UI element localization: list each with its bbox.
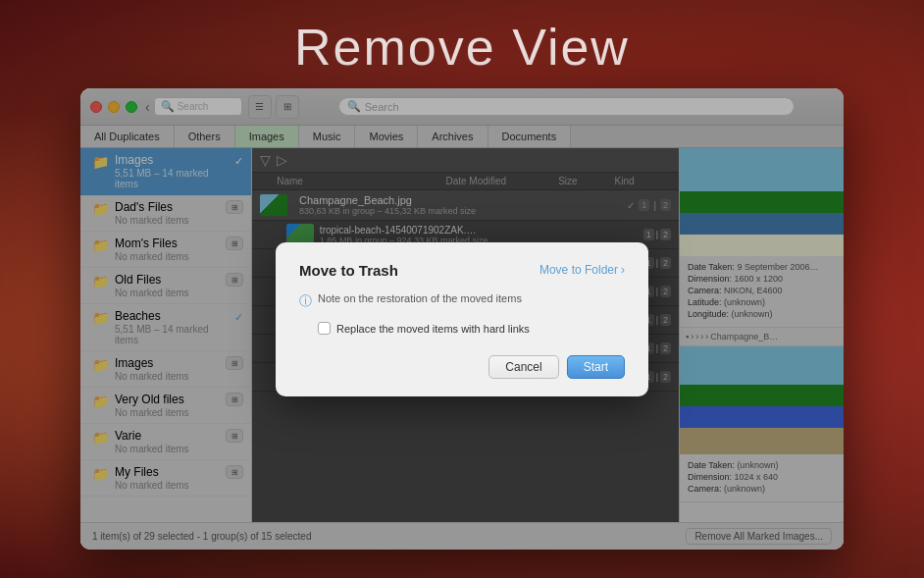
modal-overlay: Move to Trash Move to Folder › ⓘ Note on… [80, 88, 844, 550]
chevron-right-icon: › [621, 263, 625, 277]
modal-dialog: Move to Trash Move to Folder › ⓘ Note on… [276, 242, 648, 396]
modal-title: Move to Trash [299, 262, 398, 279]
main-window: ‹ 🔍 Search ☰ ⊞ 🔍 Search All Duplicates O… [80, 88, 844, 550]
modal-actions: Cancel Start [299, 355, 625, 379]
cancel-button[interactable]: Cancel [488, 355, 558, 379]
hard-links-checkbox[interactable] [318, 322, 331, 335]
page-title: Remove View [0, 18, 924, 77]
modal-note-text: Note on the restoration of the moved ite… [318, 292, 522, 304]
modal-folder-link-label: Move to Folder [539, 263, 618, 277]
info-icon: ⓘ [299, 292, 312, 310]
start-button[interactable]: Start [567, 355, 625, 379]
modal-note: ⓘ Note on the restoration of the moved i… [299, 292, 625, 310]
modal-folder-link[interactable]: Move to Folder › [539, 263, 625, 277]
modal-checkbox-row: ⓘ Replace the moved items with hard link… [299, 320, 625, 338]
modal-checkbox-label: Replace the moved items with hard links [336, 323, 530, 335]
modal-header: Move to Trash Move to Folder › [299, 262, 625, 279]
